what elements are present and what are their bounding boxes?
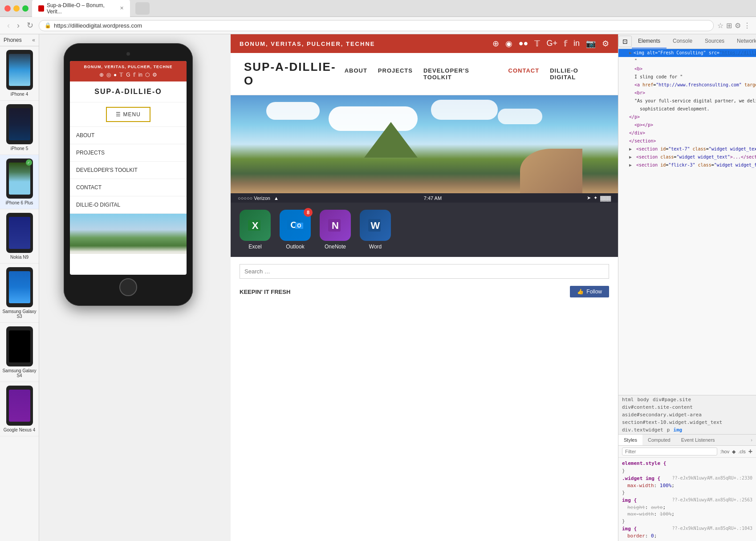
add-style-icon[interactable]: +	[748, 447, 752, 456]
class-toggle[interactable]: ◆	[732, 449, 736, 455]
forward-button[interactable]: ›	[15, 20, 21, 31]
refresh-button[interactable]: ↻	[25, 20, 35, 31]
html-line[interactable]: <a href="http://www.freshconsulting.com"…	[618, 81, 756, 89]
search-input[interactable]	[240, 264, 609, 279]
breadcrumb-section[interactable]: section#text-10.widget.widget_text	[622, 419, 722, 425]
nav-projects[interactable]: PROJECTS	[378, 67, 413, 81]
site-header: SUP-A-DILLIE-O ABOUT PROJECTS DEVELOPER'…	[231, 53, 618, 95]
html-line[interactable]: </div>	[618, 129, 756, 137]
devtools-tab-console[interactable]: Console	[667, 34, 699, 49]
linkedin-site-icon[interactable]: in	[573, 39, 580, 49]
nav-about[interactable]: ABOUT	[345, 67, 367, 81]
styles-tab-computed[interactable]: Computed	[642, 435, 676, 445]
onenote-app[interactable]: N OneNote	[320, 210, 351, 250]
fb-site-icon[interactable]: 𝕗	[564, 39, 567, 49]
devtools-tab-sources[interactable]: Sources	[699, 34, 731, 49]
wp-site-icon[interactable]: ⊕	[492, 39, 499, 49]
breadcrumb-div[interactable]: div.textwidget	[622, 427, 663, 433]
flickr-site-icon[interactable]: ●●	[519, 39, 528, 49]
twitter-site-icon[interactable]: 𝕋	[534, 39, 540, 49]
html-line[interactable]: ▶<img alt="Fresh Consulting" src="https:…	[618, 49, 756, 57]
device-screen	[9, 390, 30, 422]
html-line[interactable]: I sling code for "	[618, 73, 756, 81]
html-line[interactable]: <b>	[618, 65, 756, 73]
breadcrumb-body[interactable]: body	[638, 397, 650, 403]
html-line[interactable]: </section>	[618, 137, 756, 145]
styles-content: element.style { } .widget img { ??-eJx9k…	[618, 458, 756, 541]
html-breadcrumb: html body div#page.site div#content.site…	[618, 395, 756, 434]
excel-icon: X	[240, 210, 271, 241]
app-icons-section: ○○○○○ Verizon ▲ 7:47 AM ➤ ✦ ▓▓▓	[231, 193, 618, 257]
bookmark-icon[interactable]: ☆	[717, 21, 723, 30]
menu-icon[interactable]: ⋮	[744, 21, 751, 30]
maximize-button[interactable]	[22, 5, 28, 12]
device-item-iphone4[interactable]: iPhone 4	[0, 46, 39, 101]
device-item-iphone5[interactable]: iPhone 5	[0, 101, 39, 155]
breadcrumb-content[interactable]: div#content.site-content	[622, 404, 693, 410]
html-line[interactable]: ▶ <section id="text-7" class="widget wid…	[618, 145, 756, 153]
phone-social-icons: ⊕ ◎ ● 𝕋 G 𝕗 in ⬡ ⚙	[73, 72, 183, 78]
phone-top-bar: BONUM, VERITAS, PULCHER, TECHNE ⊕ ◎ ● 𝕋 …	[70, 61, 187, 81]
site-logo[interactable]: SUP-A-DILLIE-O	[244, 60, 345, 88]
html-line[interactable]: "As your full-service digital partner, w…	[618, 97, 756, 105]
new-tab-button[interactable]	[135, 2, 150, 15]
phone-home-button[interactable]	[119, 278, 137, 296]
word-app[interactable]: W Word	[360, 210, 391, 250]
device-item-iphone6plus[interactable]: ✓ iPhone 6 Plus	[0, 155, 39, 209]
instagram-site-icon[interactable]: 📷	[586, 39, 596, 49]
sidebar-collapse-button[interactable]: «	[32, 37, 35, 43]
nav-contact[interactable]: CONTACT	[508, 67, 540, 81]
nav-toolkit[interactable]: DEVELOPER'S TOOLKIT	[423, 67, 498, 81]
breadcrumb-page[interactable]: div#page.site	[653, 397, 691, 403]
phone-nav-projects[interactable]: PROJECTS	[70, 144, 187, 162]
follow-button[interactable]: 👍 Follow	[570, 286, 609, 297]
close-button[interactable]	[4, 5, 11, 12]
twitter-icon: 𝕋	[119, 72, 123, 78]
device-item-samsung-s3[interactable]: Samsung Galaxy S3	[0, 264, 39, 323]
cls-toggle[interactable]: .cls	[738, 449, 746, 454]
phone-nav-contact[interactable]: CONTACT	[70, 179, 187, 196]
styles-tab-styles[interactable]: Styles	[618, 435, 642, 445]
html-line[interactable]: ▶ <section class="widget widget_text">..…	[618, 153, 756, 161]
minimize-button[interactable]	[13, 5, 20, 12]
outlook-app[interactable]: 8 O O Outlook	[280, 210, 311, 250]
inspect-icon[interactable]: ⊡	[618, 36, 632, 47]
gplus-icon: G	[126, 72, 130, 78]
device-item-samsung-s4[interactable]: Samsung Galaxy S4	[0, 323, 39, 382]
tumblr-site-icon[interactable]: ◉	[505, 39, 512, 49]
excel-app[interactable]: X Excel	[240, 210, 271, 250]
word-icon: W	[360, 210, 391, 241]
gplus-site-icon[interactable]: G+	[546, 39, 557, 49]
phone-menu-button[interactable]: ☰ MENU	[106, 107, 150, 122]
html-line[interactable]: "	[618, 57, 756, 65]
devtools-icon[interactable]: ⚙	[735, 21, 741, 30]
device-item-nokia[interactable]: Nokia N9	[0, 209, 39, 264]
devtools-tab-network[interactable]: Network	[731, 34, 756, 49]
devtools-tab-elements[interactable]: Elements	[632, 34, 667, 49]
breadcrumb-img[interactable]: img	[673, 427, 682, 433]
html-line[interactable]: sophisticated development.	[618, 105, 756, 113]
phone-nav-toolkit[interactable]: DEVELOPER'S TOOLKIT	[70, 162, 187, 179]
active-tab[interactable]: Sup-a-Dillie-O – Bonum, Verit... ✕	[32, 0, 130, 17]
tab-close-icon[interactable]: ✕	[120, 5, 124, 11]
html-line[interactable]: </p>	[618, 113, 756, 121]
breadcrumb-p[interactable]: p	[667, 427, 670, 433]
breadcrumb-html[interactable]: html	[622, 397, 634, 403]
device-item-nexus4[interactable]: Google Nexus 4	[0, 382, 39, 436]
back-button[interactable]: ‹	[5, 20, 12, 31]
elements-panel[interactable]: ▶<img alt="Fresh Consulting" src="https:…	[618, 49, 756, 395]
breadcrumb-aside[interactable]: aside#secondary.widget-area	[622, 412, 702, 418]
styles-filter-input[interactable]	[622, 447, 717, 456]
github-site-icon[interactable]: ⚙	[602, 39, 609, 49]
nav-dillieo[interactable]: DILLIE-O DIGITAL	[550, 67, 605, 81]
phone-nav-about[interactable]: ABOUT	[70, 127, 187, 144]
css-selector: img {	[622, 526, 637, 532]
html-line[interactable]: ▶ <section id="flickr-3" class="widget w…	[618, 161, 756, 169]
hover-toggle[interactable]: :hov	[720, 449, 729, 454]
address-bar[interactable]: 🔒 https://dillieodigital.wordpress.com	[39, 20, 714, 31]
reader-icon[interactable]: ⊞	[726, 21, 732, 30]
phone-nav-dillieo[interactable]: DILLIE-O DIGITAL	[70, 196, 187, 214]
html-line[interactable]: <p></p>	[618, 121, 756, 129]
html-line[interactable]: <br>	[618, 89, 756, 97]
styles-tab-event-listeners[interactable]: Event Listeners	[676, 435, 720, 445]
